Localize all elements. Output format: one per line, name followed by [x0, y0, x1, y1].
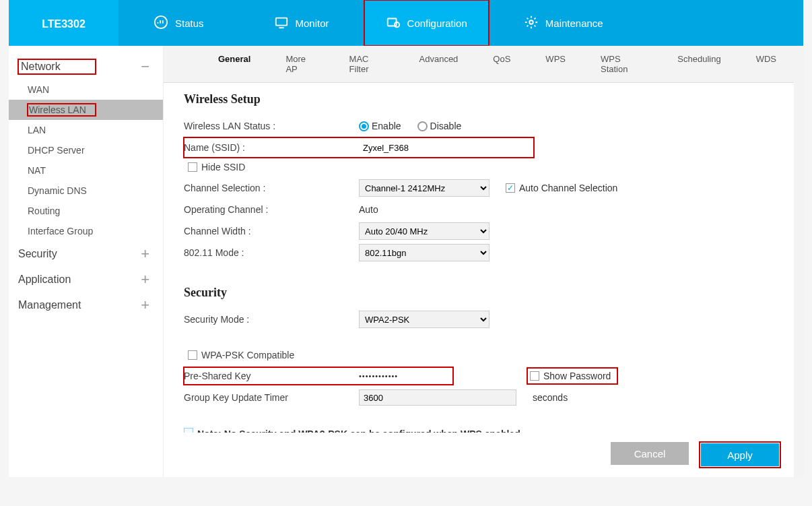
checkbox-box	[530, 371, 539, 381]
show-password-checkbox[interactable]: Show Password	[527, 368, 617, 384]
psk-label: Pre-Shared Key	[184, 371, 359, 381]
radio-enable[interactable]: Enable	[359, 121, 401, 131]
subtab-macfilter[interactable]: MAC Filter	[332, 46, 402, 82]
wireless-setup-heading: Wireless Setup	[184, 92, 774, 106]
sidebar-wireless-lan-label: Wireless LAN	[28, 104, 96, 116]
sidebar-group-security[interactable]: Security +	[9, 241, 163, 267]
svg-point-4	[529, 20, 533, 24]
op-channel-label: Operating Channel :	[184, 204, 359, 215]
tab-monitor-label: Monitor	[296, 18, 329, 29]
content: Wireless Setup Wireless LAN Status : Ena…	[164, 83, 794, 460]
row-hide-ssid: Hide SSID	[184, 159, 774, 177]
row-operating-channel: Operating Channel : Auto	[184, 199, 774, 220]
mode-label: 802.11 Mode :	[184, 247, 359, 258]
radio-circ	[359, 121, 369, 131]
row-wlan-status: Wireless LAN Status : Enable Disable	[184, 116, 774, 136]
app-window: LTE3302 Status Monitor Configuration	[9, 0, 803, 477]
sidebar-item-lan[interactable]: LAN	[9, 120, 163, 140]
channel-width-label: Channel Width :	[184, 226, 359, 236]
subtab-moreap[interactable]: More AP	[268, 46, 331, 82]
tab-configuration[interactable]: Configuration	[364, 0, 489, 46]
enable-label: Enable	[372, 121, 401, 131]
auto-channel-label: Auto Channel Selection	[519, 183, 617, 193]
psk-value: ••••••••••••	[359, 372, 398, 380]
tab-maintenance[interactable]: Maintenance	[489, 0, 638, 46]
tab-monitor[interactable]: Monitor	[239, 0, 364, 46]
row-wpa-compat: WPA-PSK Compatible	[184, 347, 774, 365]
subtab-wds[interactable]: WDS	[739, 46, 794, 82]
subtab-general[interactable]: General	[201, 46, 268, 82]
ssid-label: Name (SSID) :	[184, 142, 359, 153]
subtab-wpsstation[interactable]: WPS Station	[583, 46, 660, 82]
wpa-compat-checkbox[interactable]: WPA-PSK Compatible	[188, 350, 294, 360]
subtab-qos[interactable]: QoS	[475, 46, 528, 82]
tab-configuration-label: Configuration	[407, 18, 467, 29]
row-channel-selection: Channel Selection : Channel-1 2412MHz Au…	[184, 178, 774, 198]
gkt-input[interactable]	[359, 389, 516, 406]
sidebar-management-label: Management	[18, 299, 81, 311]
configuration-icon	[386, 15, 401, 32]
show-password-label: Show Password	[543, 371, 611, 381]
row-psk: Pre-Shared Key •••••••••••• Show Passwor…	[184, 366, 774, 386]
checkbox-box	[188, 162, 197, 172]
gear-icon	[524, 15, 539, 32]
row-security-mode: Security Mode : WPA2-PSK	[184, 309, 774, 329]
auto-channel-checkbox[interactable]: Auto Channel Selection	[506, 183, 617, 193]
security-mode-select[interactable]: WPA2-PSK	[359, 311, 489, 328]
wpa-compat-label: WPA-PSK Compatible	[201, 350, 294, 360]
channel-width-select[interactable]: Auto 20/40 MHz	[359, 222, 489, 240]
sidebar-security-label: Security	[18, 248, 57, 260]
hide-ssid-checkbox[interactable]: Hide SSID	[188, 162, 245, 172]
tab-maintenance-label: Maintenance	[545, 18, 603, 29]
sidebar-group-management[interactable]: Management +	[9, 292, 163, 318]
gkt-label: Group Key Update Timer	[184, 392, 359, 403]
sidebar-group-network[interactable]: Network −	[9, 54, 163, 80]
row-80211-mode: 802.11 Mode : 802.11bgn	[184, 243, 774, 263]
sidebar-item-wireless-lan[interactable]: Wireless LAN	[9, 100, 163, 120]
tab-status[interactable]: Status	[119, 0, 239, 46]
sub-tabs: General More AP MAC Filter Advanced QoS …	[164, 46, 794, 83]
svg-rect-1	[275, 18, 287, 25]
disable-label: Disable	[430, 121, 462, 131]
sidebar-item-nat[interactable]: NAT	[9, 160, 163, 181]
sidebar-item-wan[interactable]: WAN	[9, 80, 163, 100]
row-group-key: Group Key Update Timer seconds	[184, 387, 774, 408]
content-wrap: General More AP MAC Filter Advanced QoS …	[164, 46, 803, 477]
footer-bar: Cancel Apply	[164, 433, 794, 477]
cancel-button[interactable]: Cancel	[611, 442, 689, 465]
sidebar: Network − WAN Wireless LAN LAN DHCP Serv…	[9, 46, 164, 477]
sidebar-item-ddns[interactable]: Dynamic DNS	[9, 181, 163, 201]
row-ssid: Name (SSID) :	[184, 137, 534, 158]
row-channel-width: Channel Width : Auto 20/40 MHz	[184, 221, 774, 241]
collapse-icon: −	[141, 58, 149, 75]
sidebar-item-ifgroup[interactable]: Interface Group	[9, 221, 163, 241]
channel-sel-label: Channel Selection :	[184, 183, 359, 193]
sidebar-application-label: Application	[18, 274, 71, 286]
security-mode-label: Security Mode :	[184, 314, 359, 325]
radio-disable[interactable]: Disable	[417, 121, 462, 131]
sidebar-group-application[interactable]: Application +	[9, 267, 163, 292]
ssid-input[interactable]	[359, 139, 520, 156]
subtab-wps[interactable]: WPS	[528, 46, 583, 82]
subtab-scheduling[interactable]: Scheduling	[660, 46, 738, 82]
expand-icon: +	[141, 296, 149, 314]
gkt-unit: seconds	[533, 392, 568, 403]
channel-select[interactable]: Channel-1 2412MHz	[359, 179, 489, 197]
wlan-status-label: Wireless LAN Status :	[184, 121, 359, 131]
checkbox-box	[188, 350, 197, 360]
sidebar-item-dhcp[interactable]: DHCP Server	[9, 140, 163, 160]
expand-icon: +	[141, 245, 149, 263]
top-tabs: Status Monitor Configuration Maintenance	[119, 0, 803, 46]
mode-select[interactable]: 802.11bgn	[359, 244, 489, 261]
tab-status-label: Status	[175, 18, 204, 29]
sidebar-item-routing[interactable]: Routing	[9, 201, 163, 221]
security-heading: Security	[184, 286, 774, 300]
monitor-icon	[274, 15, 289, 32]
brand-tab: LTE3302	[9, 0, 119, 46]
top-nav: LTE3302 Status Monitor Configuration	[9, 0, 803, 46]
sidebar-network-label: Network	[18, 59, 96, 74]
expand-icon: +	[141, 271, 149, 288]
apply-button[interactable]: Apply	[701, 443, 779, 466]
status-icon	[154, 15, 168, 32]
subtab-advanced[interactable]: Advanced	[402, 46, 476, 82]
